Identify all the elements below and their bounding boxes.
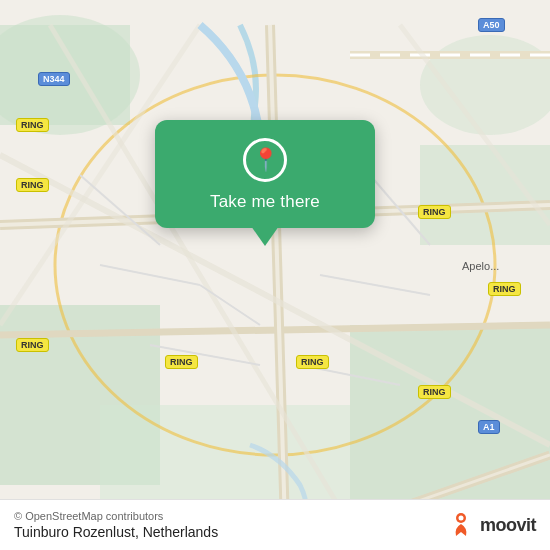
- moovit-logo: moovit: [446, 510, 536, 540]
- popup-card: 📍 Take me there: [155, 120, 375, 228]
- attribution-text: © OpenStreetMap contributors: [14, 510, 218, 522]
- svg-point-31: [458, 516, 463, 521]
- badge-ring-8: RING: [418, 385, 451, 399]
- city-label-apeldoorn: Apelo...: [462, 260, 499, 272]
- location-name: Tuinburo Rozenlust, Netherlands: [14, 524, 218, 540]
- moovit-text: moovit: [480, 515, 536, 536]
- take-me-there-button[interactable]: Take me there: [210, 192, 320, 212]
- badge-a50: A50: [478, 18, 505, 32]
- moovit-icon: [446, 510, 476, 540]
- map-background: A: [0, 0, 550, 550]
- badge-ring-1: RING: [16, 118, 49, 132]
- badge-ring-5: RING: [16, 338, 49, 352]
- map-container: A A50 N344 RING RING RING RING RING RING…: [0, 0, 550, 550]
- badge-ring-4: RING: [488, 282, 521, 296]
- badge-a1: A1: [478, 420, 500, 434]
- badge-ring-3: RING: [418, 205, 451, 219]
- location-icon-circle: 📍: [243, 138, 287, 182]
- location-pin-icon: 📍: [252, 149, 279, 171]
- badge-ring-2: RING: [16, 178, 49, 192]
- badge-ring-7: RING: [296, 355, 329, 369]
- badge-ring-6: RING: [165, 355, 198, 369]
- badge-n344: N344: [38, 72, 70, 86]
- bottom-bar: © OpenStreetMap contributors Tuinburo Ro…: [0, 499, 550, 550]
